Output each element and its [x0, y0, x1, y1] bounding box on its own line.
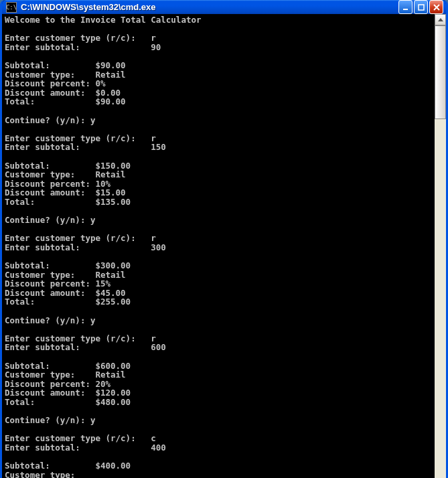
svg-rect-1	[419, 5, 424, 10]
chevron-up-icon	[438, 18, 443, 21]
minimize-button[interactable]	[398, 0, 413, 14]
content-area: Welcome to the Invoice Total Calculator …	[2, 14, 446, 478]
titlebar[interactable]: C:\ C:\WINDOWS\system32\cmd.exe	[2, 0, 446, 14]
vertical-scrollbar[interactable]	[435, 14, 446, 478]
maximize-icon	[417, 3, 425, 11]
maximize-button[interactable]	[414, 0, 428, 14]
minimize-icon	[402, 3, 410, 11]
window-title: C:\WINDOWS\system32\cmd.exe	[21, 2, 398, 12]
cmd-window: C:\ C:\WINDOWS\system32\cmd.exe Welcome …	[0, 0, 448, 478]
scrollbar-thumb[interactable]	[435, 25, 446, 119]
svg-rect-0	[403, 9, 408, 10]
close-button[interactable]	[429, 0, 443, 14]
app-icon: C:\	[6, 2, 17, 13]
terminal-output[interactable]: Welcome to the Invoice Total Calculator …	[2, 14, 435, 478]
scroll-up-button[interactable]	[435, 14, 446, 25]
window-controls	[398, 0, 443, 14]
close-icon	[433, 3, 441, 11]
scrollbar-track[interactable]	[435, 25, 446, 478]
